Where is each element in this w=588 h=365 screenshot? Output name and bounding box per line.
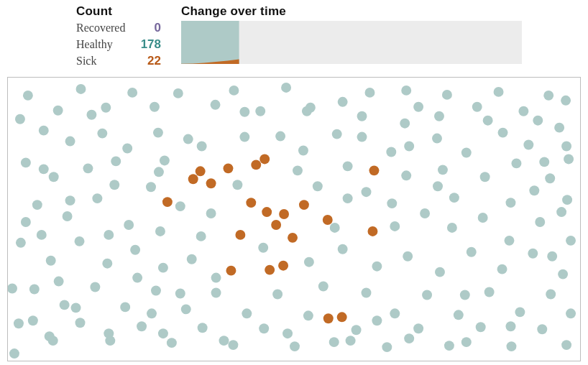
svg-point-74 (372, 262, 382, 272)
svg-point-106 (228, 340, 238, 350)
svg-point-5 (127, 88, 137, 98)
svg-point-6 (150, 102, 160, 112)
svg-point-54 (124, 220, 134, 230)
svg-point-107 (259, 323, 269, 333)
svg-point-22 (561, 96, 571, 106)
svg-point-88 (242, 308, 252, 318)
svg-point-108 (290, 341, 300, 351)
svg-point-57 (343, 193, 353, 203)
svg-point-198 (337, 312, 347, 322)
svg-point-49 (545, 173, 555, 183)
sick-value: 22 (147, 53, 161, 70)
svg-point-162 (65, 195, 75, 205)
svg-rect-0 (181, 21, 239, 64)
svg-point-160 (293, 165, 303, 175)
svg-point-152 (211, 272, 221, 282)
svg-point-98 (566, 308, 576, 318)
timeline-title: Change over time (181, 4, 522, 19)
svg-point-145 (21, 217, 31, 227)
svg-point-188 (279, 209, 289, 219)
svg-point-7 (173, 88, 183, 98)
svg-point-30 (298, 145, 308, 155)
svg-point-40 (83, 163, 93, 173)
svg-point-154 (461, 337, 472, 347)
svg-point-109 (352, 325, 362, 335)
svg-point-146 (529, 185, 539, 195)
svg-point-129 (282, 328, 293, 338)
svg-point-26 (122, 143, 132, 153)
svg-point-18 (472, 102, 482, 112)
svg-point-191 (288, 233, 298, 243)
svg-point-42 (146, 182, 156, 192)
svg-point-78 (497, 264, 507, 274)
svg-point-24 (65, 136, 75, 146)
svg-point-164 (404, 333, 414, 343)
svg-point-171 (561, 141, 571, 151)
svg-point-130 (318, 281, 329, 291)
svg-point-104 (167, 338, 177, 348)
svg-point-157 (362, 187, 372, 197)
svg-point-94 (454, 310, 464, 320)
svg-point-1 (23, 91, 33, 101)
svg-point-179 (206, 178, 216, 188)
svg-point-127 (566, 236, 576, 246)
svg-point-69 (130, 245, 140, 255)
svg-point-61 (478, 213, 488, 223)
svg-point-87 (211, 287, 221, 297)
healthy-label: Healthy (76, 37, 113, 52)
svg-point-19 (494, 87, 504, 97)
svg-point-65 (16, 238, 26, 248)
svg-point-112 (444, 341, 454, 351)
svg-point-140 (372, 315, 382, 325)
svg-point-58 (387, 198, 397, 208)
svg-point-184 (299, 200, 309, 210)
svg-point-25 (97, 128, 107, 138)
svg-point-158 (232, 180, 242, 190)
svg-point-13 (338, 97, 348, 107)
svg-point-83 (90, 282, 100, 292)
svg-point-180 (224, 163, 234, 173)
svg-point-89 (272, 289, 282, 299)
svg-point-2 (53, 106, 63, 116)
svg-point-33 (432, 133, 442, 143)
svg-point-172 (37, 230, 47, 240)
svg-point-181 (251, 160, 261, 170)
svg-point-45 (401, 170, 411, 180)
svg-point-195 (226, 265, 236, 275)
svg-point-111 (413, 323, 423, 333)
svg-point-53 (92, 193, 102, 203)
svg-point-95 (484, 287, 495, 297)
svg-point-17 (442, 90, 452, 100)
svg-point-44 (343, 161, 353, 171)
svg-point-32 (400, 119, 410, 129)
svg-point-190 (235, 230, 245, 240)
svg-point-115 (537, 324, 547, 334)
healthy-value: 178 (141, 37, 161, 53)
svg-point-110 (382, 342, 392, 352)
svg-point-28 (183, 134, 193, 144)
svg-point-134 (357, 111, 367, 121)
svg-point-142 (109, 180, 119, 190)
svg-point-178 (196, 166, 206, 176)
svg-point-197 (323, 313, 334, 323)
svg-point-113 (476, 322, 486, 332)
svg-point-105 (198, 323, 208, 333)
svg-point-79 (528, 249, 538, 259)
svg-point-192 (367, 226, 377, 236)
svg-point-55 (155, 226, 165, 236)
svg-point-27 (153, 127, 163, 137)
svg-point-136 (329, 337, 339, 347)
svg-point-99 (14, 318, 24, 328)
svg-point-150 (447, 223, 457, 233)
svg-point-90 (303, 310, 313, 320)
svg-point-148 (330, 223, 340, 233)
svg-point-9 (229, 86, 239, 96)
svg-point-8 (211, 100, 221, 110)
svg-point-66 (46, 256, 56, 266)
svg-point-52 (63, 211, 73, 221)
svg-point-77 (467, 247, 477, 257)
svg-point-29 (239, 131, 249, 142)
svg-point-133 (434, 111, 444, 121)
count-row-healthy: Healthy 178 (76, 37, 161, 53)
svg-point-194 (278, 261, 288, 271)
